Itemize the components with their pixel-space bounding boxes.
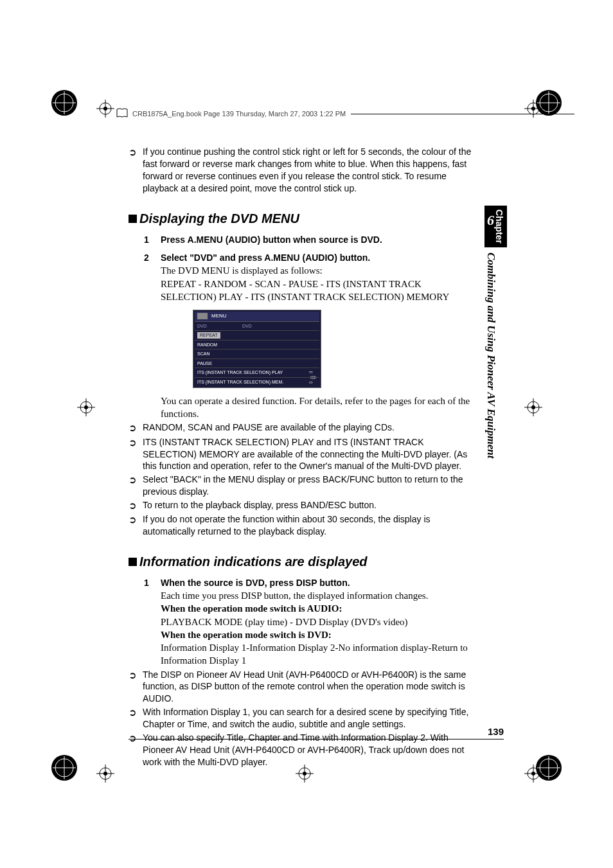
chapter-badge: Chapter 6: [484, 206, 507, 247]
note: ➲The DISP on Pioneer AV Head Unit (AVH-P…: [129, 669, 472, 705]
svg-point-23: [84, 405, 88, 409]
note-text: The DISP on Pioneer AV Head Unit (AVH-P6…: [143, 669, 472, 705]
reg-mark: [51, 90, 77, 116]
chapter-title: Combining and Using Pioneer AV Equipment: [484, 252, 497, 458]
arrow-icon: ➲: [129, 499, 143, 512]
step-text: When the source is DVD, press DISP butto…: [161, 577, 472, 589]
note: ➲You can also specify Title, Chapter and…: [129, 732, 472, 768]
step-number: 1: [144, 234, 161, 246]
step-number: 1: [144, 577, 161, 667]
footer-rule: [129, 739, 504, 740]
menu-row: PAUSE: [195, 359, 319, 368]
page-number: 139: [488, 726, 504, 737]
arrow-icon: ➲: [129, 146, 143, 195]
chapter-sidebar: Chapter 6 Combining and Using Pioneer AV…: [484, 206, 504, 533]
note-text: You can also specify Title, Chapter and …: [143, 732, 472, 768]
section-title: Information indications are displayed: [139, 553, 368, 571]
note: ➲Select "BACK" in the MENU display or pr…: [129, 474, 472, 498]
step-detail: The DVD MENU is displayed as follows:: [161, 264, 472, 277]
step-detail: PLAYBACK MODE (play time) - DVD Display …: [161, 616, 472, 628]
dvd-menu-screenshot: MENU DVDDVD REPEAT RANDOM SCAN PAUSE ITS…: [193, 310, 321, 388]
square-bullet-icon: [129, 215, 137, 223]
arrow-icon: ➲: [129, 436, 143, 473]
arrow-icon: ➲: [129, 732, 143, 768]
section-heading-2: Information indications are displayed: [129, 553, 472, 571]
chapter-number: 6: [487, 212, 494, 229]
reg-mark: [51, 755, 77, 781]
note: ➲To return to the playback display, pres…: [129, 499, 472, 512]
step-detail: Each time you press DISP button, the dis…: [161, 589, 472, 602]
arrow-icon: ➲: [129, 513, 143, 538]
menu-left-label: DVD: [197, 323, 242, 329]
step-2: 2 Select "DVD" and press A.MENU (AUDIO) …: [129, 252, 472, 420]
square-bullet-icon: [129, 558, 137, 566]
step-number: 2: [144, 252, 161, 420]
menu-row: RANDOM: [195, 340, 319, 349]
svg-point-27: [531, 405, 535, 409]
step-detail: REPEAT - RANDOM - SCAN - PAUSE - ITS (IN…: [161, 278, 472, 304]
note-text: If you do not operate the function withi…: [143, 513, 472, 538]
step-detail: Information Display 1-Information Displa…: [161, 641, 472, 668]
step-1: 1 Press A.MENU (AUDIO) button when sourc…: [129, 234, 472, 246]
disc-icon: [197, 313, 208, 319]
header-text: CRB1875A_Eng.book Page 139 Thursday, Mar…: [132, 110, 346, 118]
step-text: Press A.MENU (AUDIO) button when source …: [161, 234, 472, 246]
step-detail: You can operate a desired function. For …: [161, 394, 472, 421]
page-header: CRB1875A_Eng.book Page 139 Thursday, Mar…: [116, 108, 578, 120]
note: ➲With Information Display 1, you can sea…: [129, 706, 472, 731]
menu-right-label: DVD: [242, 323, 252, 329]
chapter-label: Chapter: [494, 209, 504, 244]
crop-target-icon: [524, 398, 542, 416]
crop-target-icon: [96, 765, 114, 783]
menu-row: ITS (INSTANT TRACK SELECTION) MEM.: [195, 377, 319, 386]
note-text: RANDOM, SCAN and PAUSE are available of …: [143, 421, 472, 434]
crop-target-icon: [96, 100, 114, 118]
note-text: If you continue pushing the control stic…: [143, 146, 472, 195]
arrow-icon: ➲: [129, 421, 143, 434]
arrow-icon: ➲: [129, 706, 143, 731]
svg-point-35: [303, 772, 306, 775]
svg-point-15: [103, 107, 107, 111]
note-text: With Information Display 1, you can sear…: [143, 706, 472, 731]
note: ➲If you do not operate the function with…: [129, 513, 472, 538]
top-note: ➲ If you continue pushing the control st…: [129, 146, 472, 195]
step-text: Select "DVD" and press A.MENU (AUDIO) bu…: [161, 252, 472, 264]
arrow-icon: ➲: [129, 669, 143, 705]
step-subhead: When the operation mode switch is DVD:: [161, 628, 472, 641]
note-text: To return to the playback display, press…: [143, 499, 472, 512]
section-heading-1: Displaying the DVD MENU: [129, 210, 472, 227]
step-1b: 1 When the source is DVD, press DISP but…: [129, 577, 472, 667]
arrow-icon: ➲: [129, 474, 143, 498]
menu-row: SCAN: [195, 349, 319, 358]
section-title: Displaying the DVD MENU: [139, 210, 299, 227]
note: ➲RANDOM, SCAN and PAUSE are available of…: [129, 421, 472, 434]
note-text: Select "BACK" in the MENU display or pre…: [143, 474, 472, 498]
note: ➲ITS (INSTANT TRACK SELECTION) PLAY and …: [129, 436, 472, 473]
svg-point-31: [103, 772, 107, 775]
step-subhead: When the operation mode switch is AUDIO:: [161, 602, 472, 615]
menu-row: ITS (INSTANT TRACK SELECTION) PLAY▭◁▯▷▭: [195, 368, 319, 376]
svg-point-39: [531, 772, 535, 775]
menu-row: REPEAT: [195, 330, 319, 339]
crop-target-icon: [524, 765, 542, 783]
menu-title: MENU: [211, 313, 227, 320]
crop-target-icon: [77, 398, 95, 416]
note-text: ITS (INSTANT TRACK SELECTION) PLAY and I…: [143, 436, 472, 473]
book-icon: [116, 108, 129, 120]
